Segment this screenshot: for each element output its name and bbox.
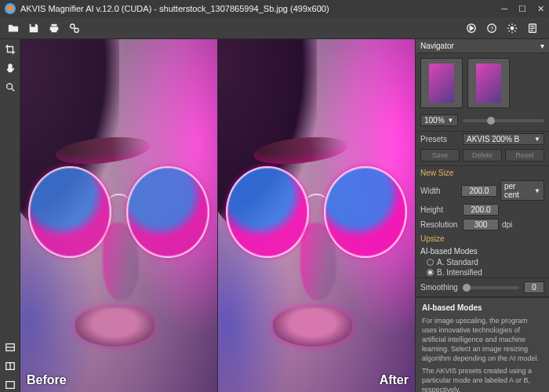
- navigator-body: [416, 53, 549, 113]
- presets-row: Presets AKVIS 200% B▼: [416, 132, 549, 147]
- preset-save-button[interactable]: Save: [420, 149, 460, 162]
- width-input[interactable]: [461, 185, 497, 197]
- help-panel: AI-based Modes For image upscaling, the …: [416, 297, 549, 392]
- unit-combo[interactable]: per cent▼: [500, 180, 544, 201]
- preview-image: [20, 39, 217, 392]
- chevron-down-icon: ▼: [534, 187, 540, 194]
- navigator-thumb-after[interactable]: [467, 58, 510, 108]
- preset-buttons: Save Delete Reset: [416, 147, 549, 166]
- dpi-label: dpi: [502, 220, 512, 229]
- slider-knob[interactable]: [463, 284, 471, 292]
- window-title: AKVIS Magnifier AI v.12.0 (CUDA) - shutt…: [20, 4, 501, 13]
- preset-delete-button[interactable]: Delete: [463, 149, 502, 162]
- zoom-combo[interactable]: 100%▼: [420, 114, 458, 126]
- titlebar: AKVIS Magnifier AI v.12.0 (CUDA) - shutt…: [0, 0, 549, 17]
- crop-tool-button[interactable]: [3, 42, 17, 56]
- presets-label: Presets: [420, 135, 460, 143]
- modes-header: AI-based Modes: [416, 245, 549, 257]
- run-button[interactable]: [463, 20, 480, 37]
- upsize-header: Upsize: [416, 232, 549, 245]
- help-text-2: The AKVIS presets created using a partic…: [422, 366, 543, 392]
- radio-icon: [427, 269, 434, 276]
- resolution-label: Resolution: [420, 220, 460, 229]
- info-button[interactable]: [524, 20, 541, 37]
- slider-knob[interactable]: [487, 117, 495, 125]
- chevron-down-icon: ▾: [540, 42, 544, 50]
- chevron-down-icon: ▼: [534, 136, 540, 143]
- right-panel: Navigator ▾ 100%▼ Presets AKVIS 200% B▼ …: [416, 39, 549, 392]
- zoom-tool-button[interactable]: [3, 80, 17, 94]
- svg-point-5: [511, 27, 514, 30]
- minimize-button[interactable]: ─: [501, 4, 507, 14]
- zoom-row: 100%▼: [416, 113, 549, 132]
- save-file-button[interactable]: [25, 20, 42, 37]
- width-label: Width: [420, 187, 458, 195]
- help-title: AI-based Modes: [422, 303, 543, 314]
- view-split-h-button[interactable]: [3, 340, 17, 354]
- view-single-button[interactable]: [3, 378, 17, 392]
- before-label: Before: [27, 373, 67, 387]
- mode-a-radio[interactable]: A. Standard: [416, 257, 549, 267]
- open-file-button[interactable]: [5, 20, 22, 37]
- preset-reset-button[interactable]: Reset: [505, 149, 544, 162]
- main-area: Before After Navigator ▾ 100%▼ Presets: [0, 39, 549, 392]
- resolution-input[interactable]: [463, 219, 499, 230]
- newsize-header: New Size: [416, 166, 549, 179]
- window-controls: ─ ☐ ✕: [501, 4, 544, 14]
- navigator-header[interactable]: Navigator ▾: [416, 39, 549, 53]
- batch-button[interactable]: [66, 20, 83, 37]
- resolution-row: Resolution dpi: [416, 217, 549, 232]
- height-input[interactable]: [463, 204, 499, 216]
- presets-combo[interactable]: AKVIS 200% B▼: [463, 133, 544, 145]
- svg-rect-10: [5, 382, 14, 389]
- chevron-down-icon: ▼: [448, 117, 454, 124]
- app-logo-icon: [5, 3, 16, 14]
- hand-tool-button[interactable]: [3, 61, 17, 75]
- smoothing-value[interactable]: 0: [524, 281, 544, 293]
- radio-icon: [427, 259, 434, 266]
- navigator-thumb-before[interactable]: [420, 58, 463, 108]
- preview-image: [218, 39, 415, 392]
- maximize-button[interactable]: ☐: [518, 4, 526, 14]
- before-pane[interactable]: Before: [20, 39, 217, 392]
- zoom-slider[interactable]: [463, 119, 545, 122]
- help-text-1: For image upscaling, the program uses in…: [422, 316, 543, 364]
- navigator-label: Navigator: [420, 42, 454, 50]
- smoothing-row: Smoothing 0: [416, 278, 549, 297]
- view-split-v-button[interactable]: [3, 359, 17, 373]
- settings-button[interactable]: [504, 20, 521, 37]
- svg-text:?: ?: [490, 24, 494, 31]
- close-button[interactable]: ✕: [537, 4, 544, 14]
- smoothing-label: Smoothing: [420, 283, 458, 292]
- height-row: Height: [416, 202, 549, 217]
- after-pane[interactable]: After: [218, 39, 415, 392]
- after-label: After: [380, 373, 409, 387]
- canvas-area: Before After: [20, 39, 416, 392]
- width-row: Width per cent▼: [416, 179, 549, 202]
- svg-point-7: [6, 84, 12, 89]
- toolbar: ?: [0, 17, 549, 39]
- left-toolbar: [0, 39, 20, 392]
- smoothing-slider[interactable]: [463, 286, 519, 289]
- help-button[interactable]: ?: [483, 20, 500, 37]
- mode-b-radio[interactable]: B. Intensified: [416, 267, 549, 278]
- print-button[interactable]: [45, 20, 63, 37]
- height-label: Height: [420, 205, 460, 214]
